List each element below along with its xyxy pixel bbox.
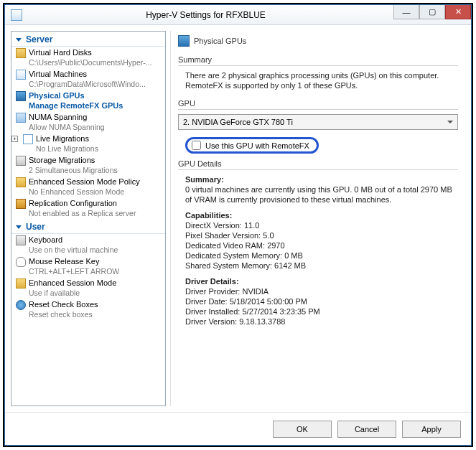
gpu-label: GPU <box>178 99 458 109</box>
replication-icon <box>16 199 26 209</box>
numa-icon <box>16 113 26 123</box>
gpu-icon <box>178 35 190 47</box>
nav-live-migrations[interactable]: + Live Migrations No Live Migrations <box>19 133 165 154</box>
use-gpu-remotefx-checkbox[interactable] <box>192 141 201 150</box>
nav-mouse-release[interactable]: Mouse Release Key CTRL+ALT+LEFT ARROW <box>11 256 165 277</box>
summary-label: Summary <box>178 55 458 65</box>
disk-icon <box>16 48 26 58</box>
nav-physical-gpus[interactable]: Physical GPUs Manage RemoteFX GPUs <box>11 90 165 111</box>
dialog-footer: OK Cancel Apply <box>5 412 471 445</box>
mouse-icon <box>16 257 26 267</box>
section-user[interactable]: User <box>11 219 165 234</box>
cancel-button[interactable]: Cancel <box>337 421 396 438</box>
maximize-button[interactable]: ▢ <box>419 5 445 19</box>
use-gpu-remotefx-row[interactable]: Use this GPU with RemoteFX <box>185 137 319 154</box>
collapse-icon <box>16 38 22 42</box>
gpu-details-label: GPU Details <box>178 159 458 169</box>
gpu-details: Summary: 0 virtual machines are currentl… <box>178 174 458 327</box>
storage-icon <box>16 156 26 166</box>
app-icon <box>11 9 22 21</box>
vm-icon <box>16 70 26 80</box>
content-panel: Physical GPUs Summary There are 2 physic… <box>170 31 465 406</box>
use-gpu-remotefx-label: Use this GPU with RemoteFX <box>205 141 309 150</box>
nav-keyboard[interactable]: Keyboard Use on the virtual machine <box>11 234 165 256</box>
nav-reset-checkboxes[interactable]: Reset Check Boxes Reset check boxes <box>11 299 165 320</box>
nav-enhanced-session-policy[interactable]: Enhanced Session Mode Policy No Enhanced… <box>11 176 165 197</box>
live-icon <box>23 134 33 144</box>
nav-storage-migrations[interactable]: Storage Migrations 2 Simultaneous Migrat… <box>11 154 165 176</box>
ok-button[interactable]: OK <box>273 421 332 438</box>
gpu-dropdown[interactable]: 2. NVIDIA GeForce GTX 780 Ti <box>178 114 458 130</box>
keyboard-icon <box>16 235 26 245</box>
hyperv-settings-window: Hyper-V Settings for RFXBLUE — ▢ ✕ Serve… <box>4 4 472 446</box>
window-title: Hyper-V Settings for RFXBLUE <box>27 10 385 20</box>
nav-vhd[interactable]: Virtual Hard Disks C:\Users\Public\Docum… <box>11 47 165 68</box>
reset-icon <box>16 300 26 310</box>
section-server[interactable]: Server <box>11 32 165 47</box>
nav-panel: Server Virtual Hard Disks C:\Users\Publi… <box>11 31 166 406</box>
nav-enhanced-session-mode[interactable]: Enhanced Session Mode Use if available <box>11 277 165 299</box>
session-icon <box>16 177 26 187</box>
chevron-down-icon <box>447 121 453 123</box>
titlebar[interactable]: Hyper-V Settings for RFXBLUE — ▢ ✕ <box>5 5 471 25</box>
collapse-icon <box>16 225 22 229</box>
gpu-icon <box>16 91 26 101</box>
expand-icon[interactable]: + <box>11 136 18 142</box>
summary-text: There are 2 physical graphics processing… <box>178 70 458 95</box>
apply-button[interactable]: Apply <box>402 421 461 438</box>
nav-numa[interactable]: NUMA Spanning Allow NUMA Spanning <box>11 111 165 133</box>
content-header: Physical GPUs <box>178 32 458 51</box>
minimize-button[interactable]: — <box>393 5 419 19</box>
close-button[interactable]: ✕ <box>445 5 471 19</box>
nav-vms[interactable]: Virtual Machines C:\ProgramData\Microsof… <box>11 68 165 90</box>
session-icon <box>16 278 26 289</box>
nav-replication[interactable]: Replication Configuration Not enabled as… <box>11 197 165 219</box>
